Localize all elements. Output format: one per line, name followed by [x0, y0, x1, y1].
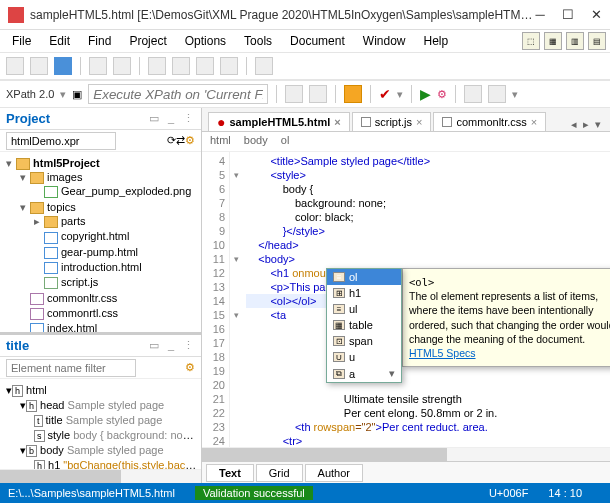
find-button[interactable] [220, 57, 238, 75]
tab-prev-icon[interactable]: ◂ [568, 118, 580, 131]
menu-help[interactable]: Help [416, 32, 457, 50]
mode-tab-author[interactable]: Author [305, 464, 363, 482]
project-file-combo[interactable] [6, 132, 116, 150]
tab-commonltr[interactable]: commonltr.css × [433, 112, 546, 131]
perspective-icon-3[interactable]: ▥ [566, 32, 584, 50]
perspective-icon-4[interactable]: ▤ [588, 32, 606, 50]
tree-file[interactable]: script.js [61, 276, 98, 288]
paste-button[interactable] [196, 57, 214, 75]
mode-tab-text[interactable]: Text [206, 464, 254, 482]
menu-project[interactable]: Project [121, 32, 174, 50]
tool-btn-4[interactable] [488, 85, 506, 103]
window-titlebar: sampleHTML5.html [E:\DemosGit\XML Prague… [0, 0, 610, 30]
editor-hscroll[interactable] [202, 447, 610, 461]
outline-panel-header: title ▭ _ ⋮ [0, 335, 201, 357]
autocomplete-item[interactable]: ≡ul [327, 301, 401, 317]
tool-btn-2[interactable] [309, 85, 327, 103]
tree-file[interactable]: gear-pump.html [61, 246, 138, 258]
status-pos: 14 : 10 [548, 487, 582, 499]
close-button[interactable]: ✕ [590, 7, 602, 22]
tool-btn-3[interactable] [464, 85, 482, 103]
copy-button[interactable] [172, 57, 190, 75]
editor-mode-tabs: Text Grid Author [202, 461, 610, 483]
outline-hscroll[interactable] [0, 469, 201, 483]
project-refresh-icon[interactable]: ⟳ [167, 134, 176, 147]
outline-options-icon[interactable]: ⋮ [181, 339, 195, 353]
tab-close-icon[interactable]: × [416, 116, 422, 128]
project-link-icon[interactable]: ⇄ [176, 134, 185, 147]
tree-topics[interactable]: topics [47, 201, 76, 213]
autocomplete-item[interactable]: ⧉a▾ [327, 365, 401, 382]
modified-indicator-icon: ● [217, 118, 225, 126]
autocomplete-item[interactable]: Uu [327, 349, 401, 365]
breadcrumb[interactable]: html body ol [202, 132, 610, 152]
new-button[interactable] [6, 57, 24, 75]
tab-close-icon[interactable]: × [334, 116, 340, 128]
menu-options[interactable]: Options [177, 32, 234, 50]
perspective-icon-1[interactable]: ⬚ [522, 32, 540, 50]
save-button[interactable] [54, 57, 72, 75]
main-toolbar [0, 52, 610, 80]
menu-tools[interactable]: Tools [236, 32, 280, 50]
tree-file[interactable]: introduction.html [61, 261, 142, 273]
autocomplete-item[interactable]: ⊞h1 [327, 285, 401, 301]
project-menu-icon[interactable]: ▭ [147, 112, 161, 126]
outline-menu-icon[interactable]: ▭ [147, 339, 161, 353]
tree-parts[interactable]: parts [61, 215, 85, 227]
minimize-button[interactable]: ─ [534, 7, 546, 22]
project-tree[interactable]: ▾html5Project ▾images Gear_pump_exploded… [0, 152, 201, 332]
menu-document[interactable]: Document [282, 32, 353, 50]
help-button[interactable] [255, 57, 273, 75]
tree-file[interactable]: index.html [47, 322, 97, 332]
autocomplete-item[interactable]: ≡ol [327, 269, 401, 285]
tree-file[interactable]: copyright.html [61, 230, 129, 242]
file-icon [361, 117, 371, 127]
menu-find[interactable]: Find [80, 32, 119, 50]
tab-samplehtml5[interactable]: ● sampleHTML5.html × [208, 112, 350, 131]
transform-button[interactable]: ▶ [420, 86, 431, 102]
settings-button[interactable] [344, 85, 362, 103]
tab-next-icon[interactable]: ▸ [580, 118, 592, 131]
xpath-input[interactable] [88, 84, 268, 104]
menu-window[interactable]: Window [355, 32, 414, 50]
tree-file[interactable]: commonrtl.css [47, 307, 118, 319]
tree-root[interactable]: html5Project [33, 157, 100, 169]
menu-edit[interactable]: Edit [41, 32, 78, 50]
tree-file[interactable]: commonltr.css [47, 292, 117, 304]
project-minimize-icon[interactable]: _ [164, 112, 178, 126]
redo-button[interactable] [113, 57, 131, 75]
open-button[interactable] [30, 57, 48, 75]
perspective-icon-2[interactable]: ▦ [544, 32, 562, 50]
maximize-button[interactable]: ☐ [562, 7, 574, 22]
project-settings-icon[interactable]: ⚙ [185, 134, 195, 147]
xpath-version-dropdown-icon[interactable]: ▾ [60, 88, 66, 101]
tab-scriptjs[interactable]: script.js × [352, 112, 432, 131]
autocomplete-popup[interactable]: ≡ol ⊞h1 ≡ul ▦table ⊡span Uu ⧉a▾ [326, 268, 402, 383]
xpath-scope-icon[interactable]: ▣ [72, 88, 82, 101]
outline-settings-icon[interactable]: ⚙ [185, 361, 195, 374]
mode-tab-grid[interactable]: Grid [256, 464, 303, 482]
config-transform-button[interactable]: ⚙ [437, 88, 447, 101]
project-options-icon[interactable]: ⋮ [181, 112, 195, 126]
window-title: sampleHTML5.html [E:\DemosGit\XML Prague… [30, 8, 534, 22]
tree-imgfile[interactable]: Gear_pump_exploded.png [61, 185, 191, 197]
outline-title: title [6, 338, 144, 353]
validate-button[interactable]: ✔ [379, 86, 391, 102]
menu-bar: File Edit Find Project Options Tools Doc… [0, 30, 610, 52]
outline-filter-input[interactable] [6, 359, 136, 377]
code-editor[interactable]: 4567891011121314151617181920212223242526… [202, 152, 610, 447]
autocomplete-item[interactable]: ⊡span [327, 333, 401, 349]
menu-file[interactable]: File [4, 32, 39, 50]
editor-tabs: ● sampleHTML5.html × script.js × commonl… [202, 108, 610, 132]
tree-images[interactable]: images [47, 171, 82, 183]
xpath-version-label[interactable]: XPath 2.0 [6, 88, 54, 100]
tab-list-icon[interactable]: ▾ [592, 118, 604, 131]
tool-btn-1[interactable] [285, 85, 303, 103]
tab-close-icon[interactable]: × [531, 116, 537, 128]
undo-button[interactable] [89, 57, 107, 75]
autocomplete-item[interactable]: ▦table [327, 317, 401, 333]
outline-tree[interactable]: ▾hhtml ▾hhead Sample styled page ttitle … [0, 379, 201, 469]
cut-button[interactable] [148, 57, 166, 75]
outline-minimize-icon[interactable]: _ [164, 339, 178, 353]
html5-specs-link[interactable]: HTML5 Specs [409, 347, 476, 359]
